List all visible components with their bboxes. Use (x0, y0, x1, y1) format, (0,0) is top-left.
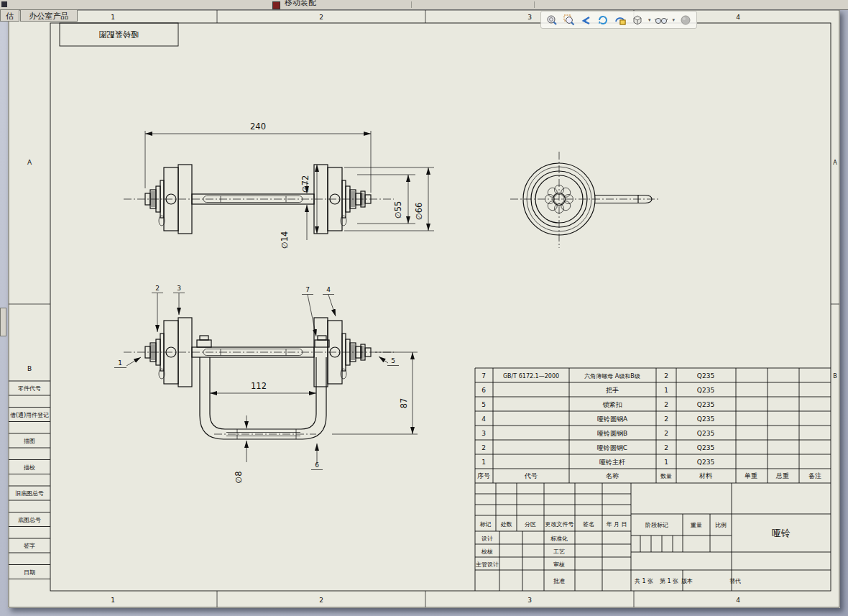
bom-row: 7 GB/T 6172.1—2000 六角薄螺母 A级和B级 2 Q235 (481, 372, 714, 380)
tb-label: 重量 (690, 522, 702, 528)
bom-qty: 2 (664, 415, 668, 423)
bom-seq: 2 (481, 444, 486, 451)
dimension-d14: ∅14 (280, 231, 290, 249)
bom-seq: 5 (481, 401, 486, 408)
bom-name: 哑铃圆钢B (597, 430, 627, 437)
left-margin-strip: 零件代号 借(通)用件登记 描图 描校 旧底图总号 底图总号 签字 日期 (9, 381, 50, 579)
tb-label: 主管设计 (475, 561, 499, 568)
zone-col: 1 (111, 597, 115, 604)
drawing-canvas: 哑铃装配图 1 2 3 4 1 2 3 4 A B A B (0, 0, 848, 616)
application-window: 哑铃装配图 1 2 3 4 1 2 3 4 A B A B (0, 0, 848, 616)
balloon-2: 2 (155, 285, 160, 292)
zone-col: 3 (527, 14, 532, 21)
zone-col: 4 (736, 14, 740, 21)
3d-drawing-view-icon[interactable] (613, 13, 628, 27)
bom-table: 序号 代号 名称 数量 材料 单重 总重 备注 7 GB/T 6172.1—20… (475, 368, 831, 591)
strip-label: 旧底图总号 (15, 490, 44, 497)
front-view-dimensions: 240 ∅72 ∅55 ∅66 ∅14 (145, 121, 434, 249)
bom-material: Q235 (697, 430, 714, 437)
bom-seq: 7 (481, 372, 486, 380)
strip-label: 借(通)用件登记 (10, 411, 49, 418)
dimension-112: 112 (251, 381, 267, 391)
strip-label: 描校 (24, 464, 35, 471)
tb-label: 审核 (553, 561, 565, 568)
dimension-d66: ∅66 (414, 203, 424, 221)
zone-labels: 1 2 3 4 1 2 3 4 A B A B (27, 14, 837, 604)
dimension-d55: ∅55 (393, 201, 403, 219)
display-style-icon[interactable] (654, 13, 669, 27)
edit-appearance-icon[interactable] (678, 13, 693, 27)
tb-label: 标准化 (550, 535, 568, 542)
balloon-7: 7 (305, 286, 310, 293)
menu-item-fragment[interactable]: 移动装配 (285, 0, 316, 8)
tb-label: 工艺 (553, 548, 565, 555)
tb-label: 签名 (583, 521, 594, 528)
part-title: 哑铃 (772, 528, 791, 538)
tab-evaluate[interactable]: 估 (0, 9, 19, 22)
tb-label: 年 月 日 (606, 521, 627, 528)
balloon-1: 1 (118, 359, 122, 367)
bom-qty: 2 (664, 444, 668, 451)
side-view (510, 152, 658, 248)
tb-label: 阶段标记 (645, 522, 668, 528)
tb-label: 校核 (481, 548, 493, 555)
zoom-to-area-icon[interactable] (561, 13, 576, 27)
bom-name: 哑铃主杆 (599, 459, 625, 466)
bom-qty: 2 (664, 430, 668, 437)
view-orientation-dropdown[interactable]: ▾ (647, 17, 652, 23)
strip-label: 日期 (24, 569, 35, 576)
zone-col: 3 (527, 597, 532, 604)
tb-label: 分区 (525, 521, 536, 528)
bom-seq: 3 (481, 430, 486, 437)
bom-name: 六角薄螺母 A级和B级 (584, 373, 640, 380)
strip-label: 底图总号 (18, 517, 41, 523)
bom-row: 4 哑铃圆钢A 2 Q235 (481, 415, 714, 423)
balloon-3: 3 (177, 285, 181, 292)
bom-header: 名称 (606, 472, 619, 479)
bom-header: 总重 (775, 472, 789, 479)
balloon-callouts: 1 2 3 7 4 5 6 (114, 285, 399, 470)
bom-material: Q235 (697, 372, 714, 380)
left-panel-tab[interactable] (0, 308, 6, 336)
title-block: 标记 处数 分区 更改文件号 签名 年 月 日 设计 校核 主管设计 标准化 工… (475, 483, 831, 591)
balloon-6: 6 (315, 461, 319, 469)
bom-name: 锁紧扣 (603, 401, 622, 408)
tab-office-products[interactable]: 办公室产品 (20, 9, 78, 22)
bom-name: 哑铃圆钢C (597, 444, 627, 451)
zone-row: A (833, 160, 837, 166)
view-orientation-icon[interactable] (630, 13, 645, 27)
strip-label: 零件代号 (18, 385, 41, 392)
zone-row: B (833, 373, 837, 380)
bom-header: 序号 (477, 472, 490, 479)
tb-label: 共 1 张 (635, 578, 653, 584)
corner-label: 哑铃装配图 (99, 29, 139, 39)
tb-label: 标记 (480, 521, 492, 528)
bom-material: Q235 (697, 459, 714, 466)
sheet-frame: 哑铃装配图 (9, 10, 839, 607)
dimension-d8: ∅8 (234, 471, 244, 483)
bom-code: GB/T 6172.1—2000 (503, 373, 559, 380)
tb-label: 设计 (481, 535, 493, 542)
bom-row: 2 哑铃圆钢C 2 Q235 (481, 444, 714, 451)
previous-view-icon[interactable] (579, 13, 594, 27)
bom-header: 材料 (699, 472, 712, 479)
tb-label: 批准 (553, 578, 565, 584)
bom-row: 5 锁紧扣 2 Q235 (481, 401, 714, 408)
menu-strip: 移动装配 (0, 0, 848, 10)
zoom-to-fit-icon[interactable] (544, 13, 559, 27)
bom-row: 3 哑铃圆钢B 2 Q235 (481, 430, 714, 437)
dimension-87: 87 (399, 398, 409, 409)
rotate-view-icon[interactable] (596, 13, 611, 27)
tb-label: 版本 (681, 578, 693, 584)
bom-header: 数量 (660, 473, 672, 479)
display-style-dropdown[interactable]: ▾ (671, 17, 676, 23)
heads-up-toolbar: ▾ ▾ (540, 11, 697, 29)
dimension-240: 240 (250, 121, 266, 132)
bom-header: 代号 (524, 472, 538, 479)
zone-col: 2 (319, 14, 323, 21)
bom-seq: 6 (481, 387, 486, 394)
tb-label: 替代 (729, 578, 741, 584)
bom-row: 6 把手 1 Q235 (481, 387, 714, 394)
menu-separator (411, 1, 412, 8)
tb-label: 第 1 张 (660, 578, 678, 584)
